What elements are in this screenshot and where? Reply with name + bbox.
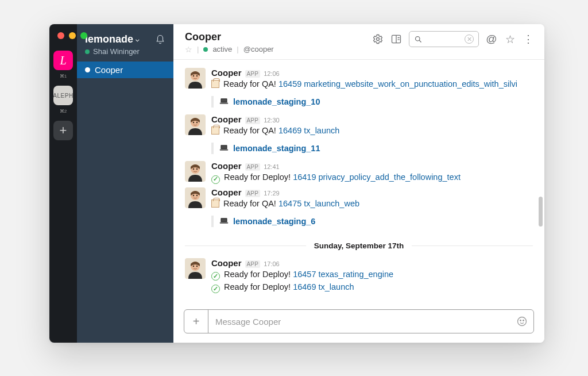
message-user[interactable]: Cooper [211, 114, 242, 124]
current-user-name: Shai Wininger [93, 47, 140, 56]
sidebar: lemonade ⌵ Shai Wininger Cooper [77, 24, 173, 343]
message-user[interactable]: Cooper [211, 187, 242, 197]
gear-icon[interactable] [372, 33, 384, 45]
channel-subheader: ☆ | active | @cooper [185, 45, 274, 53]
add-workspace-button[interactable]: + [53, 121, 73, 140]
app-badge: APP [245, 70, 261, 78]
message-user[interactable]: Cooper [211, 161, 242, 171]
app-badge: APP [245, 117, 261, 124]
laptop-icon [219, 217, 229, 226]
staging-link[interactable]: lemonade_staging_11 [233, 144, 320, 153]
channel-header: Cooper ☆ | active | @cooper [173, 24, 544, 60]
svg-point-24 [196, 168, 198, 170]
message: CooperAPP12:30 Ready for QA! 16469 tx_la… [185, 112, 533, 138]
message-time: 12:41 [264, 163, 280, 170]
svg-point-37 [520, 320, 521, 321]
fullscreen-window-icon[interactable] [80, 32, 87, 39]
svg-point-16 [193, 122, 194, 123]
ticket-link[interactable]: 16469 tx_launch [278, 126, 339, 135]
channel-handle: @cooper [243, 45, 274, 53]
header-actions: ✕ @ ☆ ⋮ [372, 31, 534, 47]
staging-link[interactable]: lemonade_staging_6 [233, 217, 315, 226]
svg-point-0 [377, 38, 380, 41]
svg-point-35 [196, 265, 198, 266]
presence-active-icon [203, 47, 208, 52]
message-list[interactable]: CooperAPP12:06 Ready for QA! 16459 marke… [173, 60, 544, 302]
message-text: ✓ Ready for Deploy! 16457 texas_rating_e… [211, 268, 533, 281]
svg-rect-13 [220, 102, 228, 103]
close-window-icon[interactable] [57, 32, 64, 39]
composer: + [173, 302, 544, 343]
check-circle-icon: ✓ [211, 285, 220, 293]
message-time: 17:06 [264, 260, 280, 267]
scrollbar-thumb[interactable] [539, 197, 543, 227]
avatar[interactable] [185, 161, 206, 182]
workspace-lemonade[interactable]: L [53, 51, 73, 70]
app-badge: APP [245, 260, 261, 268]
package-icon [211, 80, 219, 88]
message-time: 17:29 [264, 190, 280, 197]
composer-box[interactable]: + [184, 309, 534, 333]
avatar[interactable] [185, 114, 206, 135]
minimize-window-icon[interactable] [69, 32, 76, 39]
staging-attachment[interactable]: lemonade_staging_11 [211, 143, 533, 154]
ticket-link[interactable]: 16457 texas_rating_engine [293, 270, 393, 279]
app-badge: APP [245, 190, 261, 197]
message-user[interactable]: Cooper [211, 258, 242, 268]
team-switcher[interactable]: lemonade ⌵ [85, 33, 165, 45]
laptop-icon [219, 97, 229, 106]
notifications-bell-icon[interactable] [155, 34, 165, 45]
svg-point-38 [523, 320, 524, 321]
message-text: Ready for QA! 16475 tx_launch_web [211, 198, 533, 210]
unread-dot-icon [85, 67, 90, 72]
svg-point-36 [518, 317, 527, 326]
starred-items-icon[interactable]: ☆ [504, 33, 516, 45]
avatar[interactable] [185, 258, 206, 279]
message-text: ✓ Ready for Deploy! 16469 tx_launch [211, 281, 533, 293]
app-window: L ⌘1 ALEPH ⌘2 + lemonade ⌵ Shai Wininger… [49, 24, 544, 343]
sidebar-header[interactable]: lemonade ⌵ Shai Wininger [77, 24, 173, 62]
svg-point-28 [196, 194, 198, 195]
composer-input[interactable] [208, 317, 510, 327]
search-icon [414, 35, 423, 44]
app-badge: APP [245, 163, 261, 171]
attach-plus-icon[interactable]: + [184, 310, 208, 333]
message-user[interactable]: Cooper [211, 68, 242, 78]
ticket-link[interactable]: 16419 privacy_policy_add_the_following_t… [293, 172, 461, 182]
more-actions-icon[interactable]: ⋮ [523, 33, 534, 45]
search-input[interactable] [426, 35, 461, 44]
svg-rect-12 [222, 99, 227, 102]
clear-search-icon[interactable]: ✕ [465, 34, 474, 44]
avatar[interactable] [185, 68, 206, 89]
svg-point-34 [193, 265, 194, 266]
message-text: ✓ Ready for Deploy! 16419 privacy_policy… [211, 171, 533, 183]
message-attachment-row: lemonade_staging_6 [185, 211, 533, 232]
ticket-link[interactable]: 16459 marketing_website_work_on_punctuat… [278, 79, 517, 89]
sidebar-item-label: Cooper [95, 65, 123, 75]
channel-status: active [212, 45, 232, 53]
svg-rect-31 [220, 222, 228, 223]
window-traffic-lights [57, 32, 87, 39]
search-box[interactable]: ✕ [409, 31, 479, 47]
staging-link[interactable]: lemonade_staging_10 [233, 97, 320, 106]
mentions-icon[interactable]: @ [486, 33, 497, 45]
message-time: 12:06 [264, 70, 280, 77]
message: CooperAPP12:06 Ready for QA! 16459 marke… [185, 66, 533, 91]
details-pane-icon[interactable] [390, 33, 402, 45]
message-time: 12:30 [264, 117, 280, 124]
workspace-aleph[interactable]: ALEPH [53, 86, 73, 105]
star-outline-icon[interactable]: ☆ [185, 45, 192, 53]
emoji-picker-icon[interactable] [510, 316, 533, 327]
ticket-link[interactable]: 16475 tx_launch_web [278, 199, 359, 208]
message: CooperAPP17:29 Ready for QA! 16475 tx_la… [185, 185, 533, 211]
staging-attachment[interactable]: lemonade_staging_6 [211, 216, 533, 227]
day-divider: Sunday, September 17th [185, 241, 533, 250]
staging-attachment[interactable]: lemonade_staging_10 [211, 96, 533, 108]
sidebar-item-cooper[interactable]: Cooper [77, 62, 173, 78]
check-circle-icon: ✓ [211, 175, 220, 184]
avatar[interactable] [185, 187, 206, 208]
channel-title: Cooper [185, 31, 274, 43]
message-text: Ready for QA! 16469 tx_launch [211, 125, 533, 137]
package-icon [211, 126, 219, 135]
ticket-link[interactable]: 16469 tx_launch [293, 282, 354, 291]
